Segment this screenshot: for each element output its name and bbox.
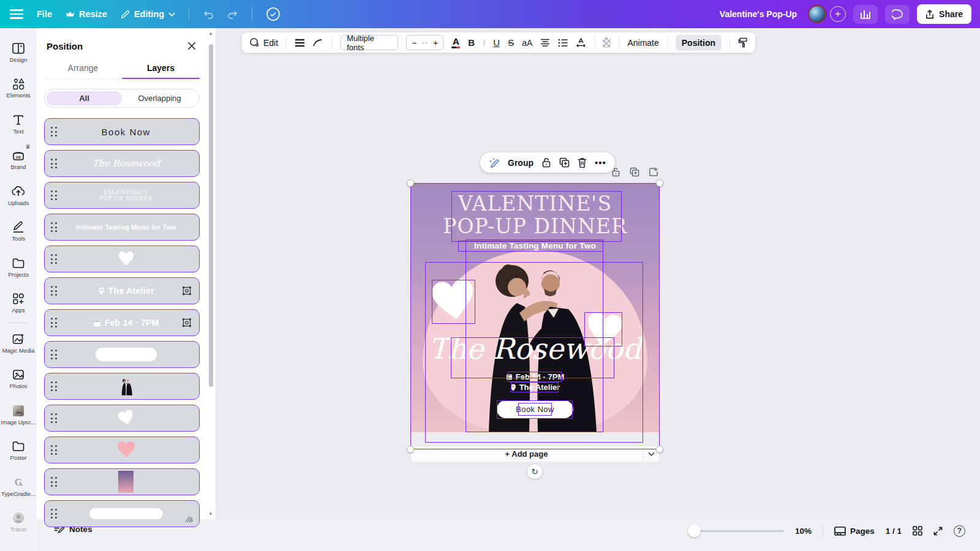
sidebar-item-projects[interactable]: Projects [0,249,37,285]
sidebar-item-poster[interactable]: Poster [0,433,37,469]
help-button[interactable]: ? [954,525,965,537]
design-venue[interactable]: The Atelier [410,383,660,392]
sidebar-item-magic-media[interactable]: Magic Media [0,325,37,361]
selection-handle-bottom-left[interactable] [407,446,414,453]
avatar[interactable] [808,5,826,23]
text-case-button[interactable]: aA [522,38,532,48]
main-menu-button[interactable] [10,9,23,18]
design-date[interactable]: Feb 14 · 7PM [410,372,660,381]
comments-button[interactable] [885,5,910,24]
filter-all[interactable]: All [47,91,122,105]
layer-item-partial[interactable] [44,500,200,527]
pages-button[interactable]: Pages [834,527,875,536]
layer-item-feb-14-7pm[interactable]: Feb 14 · 7PM [44,309,200,336]
position-button[interactable]: Position [676,35,722,51]
copy-style-button[interactable] [738,37,748,48]
text-color-button[interactable]: A [451,37,460,48]
curve-text-button[interactable] [313,39,324,47]
font-size-decrease[interactable]: − [412,38,417,48]
sidebar-item-design[interactable]: Design [0,34,37,70]
selection-handle-top-left[interactable] [407,179,414,187]
sidebar-item-tracer[interactable]: Tracer [0,504,37,541]
alignment-button[interactable] [540,39,550,47]
sidebar-item-uploads[interactable]: Uploads [0,178,37,214]
share-button[interactable]: Share [917,4,971,24]
drag-handle-icon[interactable] [51,159,57,168]
font-family-selector[interactable]: Multiple fonts [341,35,398,50]
italic-button[interactable]: I [483,37,485,48]
rotate-handle[interactable]: ↻ [527,463,543,479]
layer-item-gradient[interactable] [44,468,200,495]
more-options-button[interactable]: ••• [595,157,606,168]
edit-image-button[interactable]: Edit [249,37,278,48]
drag-handle-icon[interactable] [51,127,57,137]
cloud-save-status[interactable] [266,7,281,21]
sidebar-item-tools[interactable]: Tools [0,214,37,250]
duplicate-icon[interactable] [559,157,570,168]
drag-handle-icon[interactable] [51,509,57,519]
zoom-slider-knob[interactable] [688,525,701,538]
duplicate-page-icon[interactable] [630,167,639,177]
layer-item-heart[interactable] [44,437,200,463]
fullscreen-button[interactable] [933,527,943,536]
layer-item-book-now[interactable]: Book Now [44,118,200,145]
magic-edit-icon[interactable] [489,157,500,168]
document-title[interactable]: Valentine's Pop-Up [720,9,797,19]
list-button[interactable] [558,39,568,47]
zoom-slider[interactable] [689,530,784,532]
drag-handle-icon[interactable] [51,477,57,487]
selection-handle-bottom-right[interactable] [656,446,663,453]
font-size-control[interactable]: − -- + [406,35,443,50]
animate-button[interactable]: Animate [627,38,658,48]
design-title[interactable]: VALENTINE'S POP-UP DINNER [410,192,660,238]
file-menu[interactable]: File [37,9,52,19]
design-script-name[interactable]: The Rosewood [410,332,660,365]
layer-item-heart[interactable] [44,405,200,432]
insights-button[interactable] [853,5,878,24]
layer-item-intimate-tasting-menu-for-two[interactable]: Intimate Tasting Menu for Two [44,214,200,241]
layer-item-heart[interactable] [44,246,200,272]
sidebar-item-typegradient[interactable]: GTypeGradie... [0,468,37,504]
add-page-icon[interactable] [649,167,658,177]
bold-button[interactable]: B [468,37,475,48]
group-button[interactable]: Group [508,158,533,168]
white-heart-left[interactable] [429,277,478,325]
sidebar-item-photos[interactable]: Photos [0,361,37,397]
add-member-button[interactable]: + [830,6,846,22]
sidebar-item-apps[interactable]: Apps [0,285,37,321]
transparency-button[interactable] [603,37,611,48]
sidebar-item-brand[interactable]: ♛coBrand [0,142,37,178]
layer-item-pill[interactable] [44,341,200,368]
sidebar-item-elements[interactable]: Elements [0,70,37,107]
spacing-button[interactable] [576,38,586,47]
selection-handle-top-right[interactable] [656,179,663,187]
unlock-page-icon[interactable] [611,167,620,177]
font-size-increase[interactable]: + [433,38,438,48]
tab-layers[interactable]: Layers [122,60,200,78]
design-subtitle[interactable]: Intimate Tasting Menu for Two [410,241,660,250]
drag-handle-icon[interactable] [51,350,57,359]
filter-overlapping[interactable]: Overlapping [122,91,197,105]
sidebar-item-image-upscaler[interactable]: Image Upsc... [0,397,37,433]
drag-handle-icon[interactable] [51,381,57,391]
zoom-level[interactable]: 10% [795,527,812,536]
tab-arrange[interactable]: Arrange [44,60,122,78]
stroke-weight-button[interactable] [295,39,305,47]
layer-item-valentine-s[interactable]: VALENTINE'SPOP-UP DINNER [44,182,200,209]
underline-button[interactable]: U [493,37,500,48]
drag-handle-icon[interactable] [51,286,57,296]
panel-scrollbar[interactable]: ▲ ▼ [208,31,214,517]
drag-handle-icon[interactable] [51,413,57,423]
font-size-value[interactable]: -- [422,39,428,47]
drag-handle-icon[interactable] [51,222,57,232]
layer-item-couple-photo[interactable] [44,373,200,400]
delete-icon[interactable] [578,157,587,168]
sidebar-item-text[interactable]: Text [0,106,37,142]
redo-button[interactable] [227,9,238,19]
drag-handle-icon[interactable] [51,445,57,455]
editing-mode-dropdown[interactable]: Editing [121,9,175,19]
canvas-page[interactable]: VALENTINE'S POP-UP DINNER Intimate Tasti… [410,183,660,432]
lock-icon[interactable] [541,157,551,168]
undo-button[interactable] [203,9,214,19]
drag-handle-icon[interactable] [51,318,57,328]
